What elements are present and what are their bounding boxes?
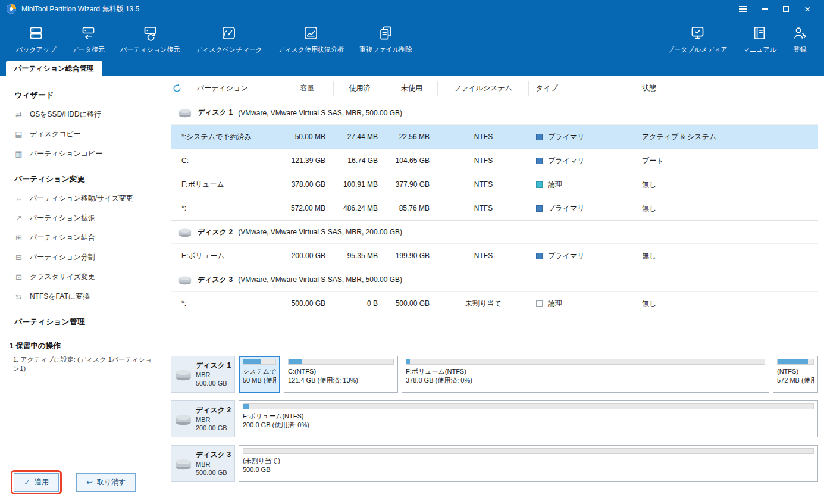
- partition-block-unnamed[interactable]: (NTFS) 572 MB (使用済: [773, 356, 818, 393]
- partition-used: 16.74 GB: [334, 156, 386, 165]
- column-header-filesystem: ファイルシステム: [438, 81, 529, 96]
- tab-bar: パーティション総合管理: [0, 61, 824, 76]
- partition-block-e[interactable]: E:ボリューム(NTFS) 200.0 GB (使用済: 0%): [239, 400, 818, 437]
- disk-map: ディスク 1 MBR 500.00 GB システムで予約 50 MB (使用済 …: [171, 356, 818, 482]
- disk-icon: [178, 275, 192, 285]
- partition-name: F:ボリューム: [171, 180, 281, 190]
- cluster-size-icon: ⊡: [14, 273, 23, 281]
- merge-partition-icon: ⊞: [14, 233, 23, 242]
- disk2-header[interactable]: ディスク 2 (VMware, VMware Virtual S SAS, MB…: [171, 220, 818, 244]
- toolbar-label: 登録: [794, 45, 807, 54]
- unallocated-type-square: [536, 300, 543, 307]
- column-header-used: 使用済: [334, 81, 386, 96]
- sidebar-item-split[interactable]: ⊟ パーティション分割: [0, 248, 162, 267]
- disk3-label[interactable]: ディスク 3 MBR 500.00 GB: [171, 445, 235, 482]
- partition-row-c[interactable]: C: 121.39 GB 16.74 GB 104.65 GB NTFS プライ…: [171, 149, 818, 173]
- toolbar-label: データ復元: [72, 45, 105, 54]
- disk1-header[interactable]: ディスク 1 (VMware, VMware Virtual S SAS, MB…: [171, 101, 818, 125]
- primary-type-square: [536, 158, 543, 164]
- partition-unused: 104.65 GB: [386, 156, 438, 165]
- close-icon[interactable]: ×: [797, 0, 818, 18]
- disk1-label[interactable]: ディスク 1 MBR 500.00 GB: [171, 356, 235, 393]
- partition-row-unallocated[interactable]: *: 500.00 GB 0 B 500.00 GB 未割り当て 論理 無し: [171, 292, 818, 315]
- disk1-partitions: システムで予約 50 MB (使用済 C:(NTFS) 121.4 GB (使用…: [239, 356, 818, 393]
- partition-unused: 22.56 MB: [386, 133, 438, 141]
- partition-name: *:: [171, 204, 281, 212]
- convert-filesystem-icon: ⇆: [14, 292, 23, 301]
- partition-capacity: 572.00 MB: [281, 204, 334, 212]
- partition-row-unnamed[interactable]: *: 572.00 MB 486.24 MB 85.76 MB NTFS プライ…: [171, 196, 818, 220]
- apply-highlight-box: ✓ 適用: [11, 470, 62, 494]
- partition-block-unallocated[interactable]: (未割り当て) 500.0 GB: [239, 445, 818, 482]
- disk2-partitions: E:ボリューム(NTFS) 200.0 GB (使用済: 0%): [239, 400, 818, 437]
- extend-partition-icon: ↗: [14, 214, 23, 223]
- sidebar-item-extend[interactable]: ↗ パーティション拡張: [0, 208, 162, 228]
- partition-table: パーティション 容量 使用済 未使用 ファイルシステム タイプ 状態 ディスク …: [171, 76, 818, 356]
- partition-row-e[interactable]: E:ボリューム 200.00 GB 95.35 MB 199.90 GB NTF…: [171, 244, 818, 268]
- disk-info: (VMware, VMware Virtual S SAS, MBR, 500.…: [238, 109, 402, 117]
- disk3-header[interactable]: ディスク 3 (VMware, VMware Virtual S SAS, MB…: [171, 268, 818, 292]
- tab-partition-management[interactable]: パーティション総合管理: [6, 61, 102, 76]
- partition-status: 無し: [637, 299, 818, 309]
- partition-block-system-reserved[interactable]: システムで予約 50 MB (使用済: [239, 356, 280, 393]
- disk-icon: [174, 458, 192, 470]
- primary-type-square: [536, 253, 543, 259]
- toolbar-duplicate-file-remover[interactable]: 重複ファイル削除: [353, 23, 419, 57]
- toolbar-label: パーティション復元: [120, 45, 180, 54]
- usage-bar: [243, 448, 814, 454]
- sidebar-item-partition-copy[interactable]: ▦ パーティションコピー: [0, 144, 162, 164]
- apply-button[interactable]: ✓ 適用: [14, 473, 59, 492]
- sidebar-item-merge[interactable]: ⊞ パーティション結合: [0, 228, 162, 248]
- toolbar-label: ディスクベンチマーク: [196, 45, 262, 54]
- partition-block-c[interactable]: C:(NTFS) 121.4 GB (使用済: 13%): [284, 356, 398, 393]
- column-header-unused: 未使用: [386, 81, 438, 96]
- undo-button-label: 取り消す: [97, 477, 126, 487]
- disk2-label[interactable]: ディスク 2 MBR 200.00 GB: [171, 400, 235, 437]
- partition-capacity: 500.00 GB: [281, 299, 334, 308]
- partition-status: ブート: [637, 156, 818, 166]
- refresh-icon[interactable]: [171, 81, 195, 96]
- disk-size: 500.00 GB: [196, 468, 231, 477]
- partition-capacity: 200.00 GB: [281, 252, 334, 260]
- toolbar-disk-benchmark[interactable]: ディスクベンチマーク: [189, 23, 269, 57]
- sidebar-item-change-cluster-size[interactable]: ⊡ クラスタサイズ変更: [0, 267, 162, 287]
- toolbar-disk-usage-analysis[interactable]: ディスク使用状況分析: [271, 23, 350, 57]
- partition-type: プライマリ: [529, 251, 637, 261]
- manual-icon: [751, 25, 767, 41]
- partition-used: 95.35 MB: [334, 252, 386, 260]
- partition-type: 論理: [529, 299, 637, 309]
- sidebar-item-move-resize[interactable]: ⇔ パーティション移動/サイズ変更: [0, 189, 162, 208]
- partition-capacity: 121.39 GB: [281, 156, 334, 165]
- toolbar-backup[interactable]: バックアップ: [10, 23, 63, 57]
- toolbar-manual[interactable]: マニュアル: [737, 23, 783, 57]
- partition-used: 100.91 MB: [334, 180, 386, 189]
- partition-row-f[interactable]: F:ボリューム 378.00 GB 100.91 MB 377.90 GB NT…: [171, 173, 818, 196]
- sidebar-item-convert-ntfs-fat[interactable]: ⇆ NTFSをFATに変換: [0, 287, 162, 306]
- partition-status: 無し: [637, 251, 818, 261]
- menu-icon[interactable]: [732, 0, 754, 18]
- disk-scheme: MBR: [196, 460, 231, 468]
- toolbar-register[interactable]: 登録: [785, 23, 814, 57]
- maximize-icon[interactable]: [775, 0, 797, 18]
- sidebar-section-partition-change: パーティション変更: [0, 168, 162, 189]
- partition-row-system-reserved[interactable]: *:システムで予約済み 50.00 MB 27.44 MB 22.56 MB N…: [171, 125, 818, 149]
- partition-block-f[interactable]: F:ボリューム(NTFS) 378.0 GB (使用済: 0%): [402, 356, 769, 393]
- disk3-partitions: (未割り当て) 500.0 GB: [239, 445, 818, 482]
- minimize-icon[interactable]: [754, 0, 775, 18]
- pending-operations-title: 1 保留中の操作: [0, 331, 162, 355]
- disk-info: (VMware, VMware Virtual S SAS, MBR, 200.…: [238, 228, 402, 236]
- partition-recovery-icon: [142, 25, 158, 41]
- toolbar-bootable-media[interactable]: ブータブルメディア: [661, 23, 734, 57]
- sidebar-item-disk-copy[interactable]: ▤ ディスクコピー: [0, 124, 162, 144]
- partition-capacity: 50.00 MB: [281, 133, 334, 141]
- sidebar-item-migrate-os[interactable]: ⇄ OSをSSD/HDDに移行: [0, 105, 162, 124]
- partition-filesystem: NTFS: [438, 204, 529, 212]
- undo-arrow-icon: ↩: [86, 478, 93, 487]
- toolbar-partition-recovery[interactable]: パーティション復元: [114, 23, 187, 57]
- undo-button[interactable]: ↩ 取り消す: [76, 473, 136, 492]
- bootable-media-icon: [690, 25, 706, 41]
- sidebar-item-label: ディスクコピー: [30, 129, 81, 139]
- disk-size: 500.00 GB: [196, 379, 231, 387]
- toolbar-data-recovery[interactable]: データ復元: [65, 23, 112, 57]
- app-logo: [6, 4, 17, 14]
